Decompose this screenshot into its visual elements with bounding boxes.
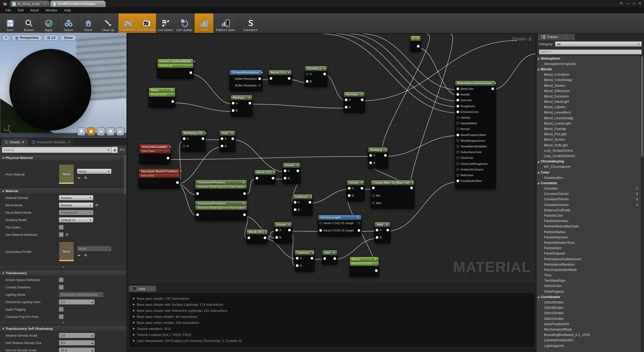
- palette-item[interactable]: Blend_HardLight: [537, 99, 641, 104]
- section-header-physical-material[interactable]: ◢Physical Material: [0, 154, 126, 161]
- input-pin[interactable]: [372, 186, 375, 189]
- output-pin[interactable]: [310, 257, 313, 260]
- input-pin-metallic[interactable]: [456, 93, 459, 96]
- node-header[interactable]: Divide▼: [274, 222, 292, 227]
- output-pin[interactable]: [190, 71, 192, 74]
- output-pin[interactable]: [358, 229, 360, 232]
- details-tab-details[interactable]: ⓘDetails✕: [1, 139, 28, 146]
- toolbar-stats[interactable]: Stats: [194, 13, 213, 33]
- palette-scrollbar[interactable]: [641, 56, 643, 352]
- node-mask-r[interactable]: Mask ( R )▼: [268, 70, 292, 84]
- asset-tab-vrmmtoonbaseopaque[interactable]: VrmMToonBaseOpaque✕: [50, 1, 106, 7]
- node-header[interactable]: None▼: [350, 257, 379, 262]
- menu-window[interactable]: Window: [42, 8, 60, 13]
- menu-edit[interactable]: Edit: [15, 8, 26, 13]
- use-selected-icon[interactable]: ⬅: [78, 176, 80, 180]
- input-pin-b[interactable]: [345, 106, 348, 109]
- output-pin[interactable]: [386, 229, 389, 231]
- node-header[interactable]: Mask ( B )▼: [246, 229, 267, 234]
- close-icon[interactable]: ✕: [22, 140, 24, 144]
- palette-item[interactable]: Lerp_ScratchGrime2: [537, 153, 641, 159]
- minimize-button[interactable]: —: [626, 2, 630, 5]
- input-pin[interactable]: [196, 192, 199, 195]
- palette-item[interactable]: Time: [537, 272, 641, 278]
- input-pin-emissivecolor[interactable]: [456, 111, 459, 113]
- input-pin-b[interactable]: [183, 145, 186, 147]
- spinner-directional-lighting-inten[interactable]: 1.0◢: [59, 299, 95, 305]
- toolbar-platform-stats[interactable]: Platform Stats: [213, 13, 238, 33]
- close-icon[interactable]: ▾: [151, 287, 152, 290]
- checkbox-apply-fogging[interactable]: ✓: [59, 307, 64, 312]
- node-divide-1[interactable]: Divide(1,)▼AB: [304, 66, 327, 87]
- node-vectorlength[interactable]: VectorLength▼Vector 2 (V2) V2 LengthVect…: [318, 215, 362, 236]
- palette-item[interactable]: ParticleColor: [537, 213, 641, 218]
- toolbar-live-update[interactable]: Live Update: [175, 13, 194, 33]
- preview-shape-cube[interactable]: [106, 127, 115, 136]
- output-pin[interactable]: [243, 192, 246, 195]
- dropdown-shading-model[interactable]: Default Lit▼: [59, 217, 94, 223]
- output-pin[interactable]: [172, 100, 174, 103]
- input-pin-clearcoat[interactable]: [456, 157, 459, 159]
- palette-item[interactable]: PerInstanceRandom: [537, 262, 641, 267]
- palette-item[interactable]: 2Dto1DIndex: [537, 311, 641, 316]
- palette-item[interactable]: PrecomputedAOMask: [537, 267, 641, 272]
- input-pin-specular[interactable]: [456, 99, 459, 102]
- input-pin-min[interactable]: [372, 194, 375, 197]
- input-pin-opacitymask[interactable]: [456, 122, 459, 125]
- details-scrollbar[interactable]: [124, 154, 126, 194]
- category-dropdown[interactable]: All▼: [555, 41, 642, 47]
- output-pin[interactable]: [248, 102, 251, 105]
- output-pin[interactable]: [258, 77, 261, 80]
- toolbar-save[interactable]: Save: [1, 13, 20, 33]
- spinner-shadow-density-scale[interactable]: 0.5◢: [59, 333, 95, 338]
- node-header[interactable]: Abs▼: [322, 250, 337, 255]
- palette-item[interactable]: Blend_Lighten: [537, 104, 641, 110]
- input-pin[interactable]: [256, 177, 258, 179]
- output-pin[interactable]: [176, 181, 179, 184]
- tab-stats[interactable]: >_ Stats ▾: [129, 286, 156, 292]
- input-pin-worlddisplacement[interactable]: [456, 139, 459, 142]
- input-pin-b[interactable]: [376, 236, 378, 239]
- node-mask-b-upper[interactable]: Mask ( B )▼: [254, 170, 276, 184]
- output-pin[interactable]: [375, 269, 378, 272]
- input-pin-b[interactable]: [306, 80, 308, 83]
- node-mask-b-lower[interactable]: Mask ( B )▼: [246, 229, 268, 244]
- input-pin-b[interactable]: [294, 208, 296, 211]
- output-pin[interactable]: [243, 213, 246, 216]
- palette-item[interactable]: PerInstanceFadeAmount: [537, 256, 641, 262]
- palette-item[interactable]: Blend_SoftLight: [537, 142, 641, 148]
- node-vertexnormalws[interactable]: VertexNormalWS▼Input Data: [139, 144, 171, 164]
- output-pin[interactable]: [296, 170, 299, 172]
- palette-item[interactable]: 3Dto1DIndex: [537, 316, 641, 321]
- details-search-input[interactable]: [2, 147, 112, 153]
- input-pin-ambientocclusion[interactable]: [456, 168, 459, 171]
- output-pin[interactable]: [417, 45, 420, 48]
- palette-item[interactable]: 1Dto3DIndex: [537, 305, 641, 310]
- toolbar-browse[interactable]: Browse: [20, 13, 38, 33]
- input-pin[interactable]: [323, 257, 326, 260]
- palette-item[interactable]: 1Dto2DIndex: [537, 300, 641, 305]
- node-mtoon-outlinewidth[interactable]: mtoon_OutlineWidth▼Param (0): [157, 59, 194, 79]
- palette-item[interactable]: Lerp_ScratchGrime: [537, 148, 641, 153]
- node-header[interactable]: None▼: [149, 88, 175, 93]
- palette-item[interactable]: BlurSampleOffsets: [537, 327, 641, 332]
- node-header[interactable]: Multiply▼: [231, 95, 252, 100]
- close-icon[interactable]: ✕: [564, 35, 567, 38]
- node-header[interactable]: Multiply▼: [368, 147, 388, 152]
- checkbox-contact-shadows[interactable]: ✓: [59, 285, 64, 290]
- preview-viewport[interactable]: ▼⬤PerspectiveLitShow z y: [0, 33, 126, 138]
- palette-category-blends[interactable]: ◢Blends: [537, 66, 641, 72]
- input-pin-basecolor[interactable]: [456, 87, 459, 90]
- palette-item[interactable]: Blend_LinearDodge: [537, 115, 641, 121]
- palette-item[interactable]: Blend_Darken: [537, 83, 641, 88]
- browse-asset-icon[interactable]: 🔍︎: [84, 176, 88, 180]
- palette-category-constants[interactable]: ◢Constants: [537, 180, 641, 186]
- node-header[interactable]: Divide▼: [347, 180, 364, 185]
- preview-shape-teapot[interactable]: [116, 127, 124, 136]
- palette-item[interactable]: ParticleSize: [537, 245, 641, 251]
- checkbox-screen-space-reflection[interactable]: ✓: [59, 277, 64, 282]
- input-pin-roughness[interactable]: [456, 105, 459, 107]
- palette-item[interactable]: ParticleDirection: [537, 218, 641, 224]
- output-pin[interactable]: [358, 222, 360, 224]
- details-tab-parameter-defaults[interactable]: ⓘParameter Defaults✕: [28, 139, 74, 146]
